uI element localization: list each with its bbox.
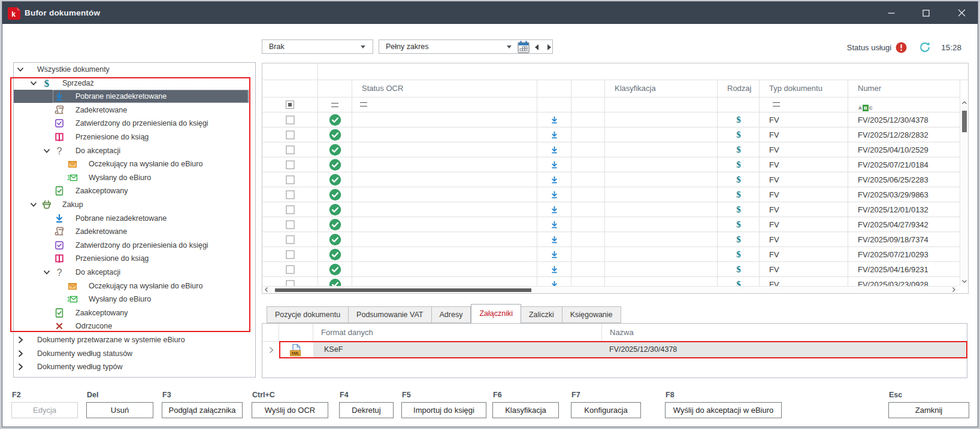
range-dropdown[interactable]: Pełny zakres: [379, 39, 553, 54]
tab-adresy[interactable]: Adresy: [432, 306, 471, 323]
vertical-scrollbar[interactable]: [960, 98, 968, 287]
scroll-down-icon[interactable]: [961, 278, 968, 285]
tree-item[interactable]: Oczekujący na wysłanie do eBiuro: [14, 157, 255, 171]
tree-item[interactable]: Przeniesione do ksiąg: [14, 130, 255, 144]
tree-item[interactable]: Pobrane niezadekretowane: [14, 90, 255, 103]
dekretuj-button[interactable]: Dekretuj: [339, 402, 394, 418]
tree-item[interactable]: Dokumenty przetwarzane w systemie eBiuro: [14, 333, 255, 346]
chevron-down-icon[interactable]: [29, 79, 38, 87]
tree-item[interactable]: $Sprzedaż: [14, 77, 255, 90]
row-checkbox[interactable]: [286, 145, 295, 154]
refresh-icon[interactable]: [919, 41, 931, 53]
tree-item[interactable]: Odrzucone: [14, 320, 255, 333]
row-checkbox[interactable]: [286, 130, 295, 139]
chevron-down-icon[interactable]: [43, 268, 51, 276]
tab-zaliczki[interactable]: Zaliczki: [521, 306, 562, 323]
zamknij-button[interactable]: Zamknij: [888, 402, 969, 418]
expander-right-icon[interactable]: [268, 346, 274, 354]
row-checkbox[interactable]: [286, 220, 295, 229]
filter-cell[interactable]: [571, 98, 605, 112]
vertical-scrollbar-thumb[interactable]: [962, 111, 967, 132]
chevron-right-icon[interactable]: [16, 349, 25, 358]
row-checkbox[interactable]: [286, 175, 295, 184]
tree-item[interactable]: Oczekujący na wysłanie do eBiuro: [14, 279, 255, 293]
usuń-button[interactable]: Usuń: [86, 402, 153, 418]
podgląd-załącznika-button[interactable]: Podgląd załącznika: [162, 402, 243, 418]
tree-item[interactable]: Dokumenty według typów: [14, 360, 255, 373]
document-row[interactable]: $FVFV/2025/09/18/7374: [262, 232, 968, 247]
filter-cell[interactable]: ABC: [848, 98, 960, 112]
close-button[interactable]: [949, 2, 973, 24]
column-header[interactable]: Status OCR: [352, 80, 537, 98]
document-row[interactable]: $FVFV/2025/04/10/2529: [262, 142, 968, 157]
tab-za-czniki[interactable]: Załączniki: [471, 304, 521, 323]
row-checkbox[interactable]: [286, 115, 295, 124]
chevron-down-icon[interactable]: [43, 147, 51, 155]
filter-cell[interactable]: [718, 98, 760, 112]
row-checkbox[interactable]: [286, 265, 295, 274]
scroll-left-icon[interactable]: [263, 286, 270, 293]
filter-cell[interactable]: [352, 98, 537, 112]
filter-cell[interactable]: [318, 98, 352, 112]
alert-icon[interactable]: [896, 42, 907, 53]
select-all-checkbox[interactable]: [285, 100, 295, 109]
previous-range-icon[interactable]: [535, 44, 539, 50]
row-checkbox[interactable]: [286, 205, 295, 214]
tree-item[interactable]: ?Do akceptacji: [14, 144, 255, 157]
document-row[interactable]: $FVFV/2025/06/25/2283: [262, 172, 968, 187]
tree-item[interactable]: ?Do akceptacji: [14, 266, 255, 279]
tree-item[interactable]: Zatwierdzony do przeniesienia do księgi: [14, 117, 255, 130]
wyślij-do-ocr-button[interactable]: Wyślij do OCR: [252, 402, 328, 418]
maximize-button[interactable]: [914, 2, 938, 24]
konfiguracja-button[interactable]: Konfiguracja: [571, 402, 641, 418]
column-header[interactable]: Klasyfikacja: [605, 80, 718, 98]
tab-pozycje-dokumentu[interactable]: Pozycje dokumentu: [267, 306, 349, 323]
tree-item[interactable]: Zakup: [14, 198, 255, 211]
column-header[interactable]: Rodzaj: [718, 80, 760, 98]
filter-cell[interactable]: [760, 98, 848, 112]
column-header[interactable]: Typ dokumentu: [760, 80, 848, 98]
column-header[interactable]: [318, 80, 352, 98]
row-checkbox[interactable]: [286, 190, 295, 199]
document-row[interactable]: $FVFV/2025/07/21/0293: [262, 247, 968, 262]
document-row[interactable]: $FVFV/2025/03/23/0928: [262, 277, 968, 287]
row-checkbox[interactable]: [286, 160, 295, 169]
minimize-button[interactable]: [879, 2, 903, 24]
document-row[interactable]: $FVFV/2025/12/01/0132: [262, 202, 968, 217]
klasyfikacja-button[interactable]: Klasyfikacja: [492, 402, 559, 418]
document-row[interactable]: $FVFV/2025/12/28/2832: [262, 127, 968, 142]
chevron-right-icon[interactable]: [16, 363, 25, 371]
tree-item[interactable]: Przeniesione do ksiąg: [14, 252, 255, 265]
tree-item[interactable]: Zadekretowane: [14, 104, 255, 117]
chevron-down-icon[interactable]: [16, 65, 25, 74]
tree-item[interactable]: Dokumenty według statusów: [14, 347, 255, 360]
tree-item[interactable]: Zatwierdzony do przeniesienia do księgi: [14, 239, 255, 252]
document-row[interactable]: $FVFV/2025/04/27/9342: [262, 217, 968, 232]
filter-cell[interactable]: [262, 98, 318, 112]
attachment-row[interactable]: XMLKSeFFV/2025/12/30/4378: [262, 342, 967, 358]
tree-item[interactable]: Wysłany do eBiuro: [14, 171, 255, 184]
filter-cell[interactable]: [537, 98, 571, 112]
tab-ksi-gowanie[interactable]: Księgowanie: [562, 306, 621, 323]
tree-item[interactable]: Wszystkie dokumenty: [14, 63, 255, 76]
chevron-right-icon[interactable]: [16, 336, 25, 344]
filter-dropdown[interactable]: Brak: [262, 39, 373, 54]
document-row[interactable]: $FVFV/2025/03/29/9863: [262, 187, 968, 202]
tree-item[interactable]: Zaakceptowany: [14, 306, 255, 320]
horizontal-scrollbar[interactable]: [262, 286, 958, 293]
column-header[interactable]: [262, 80, 318, 98]
horizontal-scrollbar-thumb[interactable]: [275, 288, 531, 292]
document-row[interactable]: $FVFV/2025/07/21/0184: [262, 157, 968, 172]
document-row[interactable]: $FVFV/2025/12/30/4378: [262, 112, 968, 127]
scroll-right-icon[interactable]: [950, 286, 957, 293]
calendar-icon[interactable]: [517, 39, 530, 54]
edycja-button[interactable]: Edycja: [11, 402, 78, 418]
column-header[interactable]: Numer: [848, 80, 960, 98]
tab-podsumowanie-vat[interactable]: Podsumowanie VAT: [349, 306, 431, 323]
next-range-icon[interactable]: [548, 44, 551, 50]
document-row[interactable]: $FVFV/2025/04/16/9231: [262, 262, 968, 277]
row-checkbox[interactable]: [286, 250, 295, 259]
tree-item[interactable]: Zadekretowane: [14, 225, 255, 238]
tree-item[interactable]: Pobrane niezadekretowane: [14, 212, 255, 225]
filter-cell[interactable]: [605, 98, 718, 112]
